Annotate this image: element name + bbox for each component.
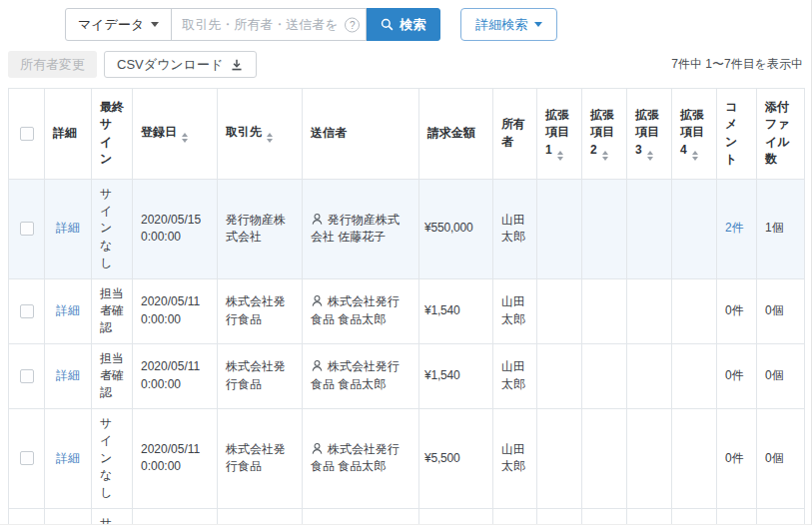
cell-comments: 0件 (717, 343, 757, 408)
cell-ext2 (582, 408, 627, 508)
search-input[interactable] (171, 8, 367, 41)
cell-partner: 発行物産株式会社 (218, 179, 303, 278)
select-all-header (9, 89, 45, 180)
col-header-label: 最終サイン (100, 100, 124, 166)
advanced-search-button[interactable]: 詳細検索 (460, 8, 557, 41)
row-checkbox[interactable] (20, 304, 34, 318)
col-header-ext1[interactable]: 拡張項目1 (537, 89, 582, 180)
cell-ext1 (537, 408, 582, 508)
col-header-label: 拡張項目1 (545, 108, 569, 157)
detail-link[interactable]: 詳細 (56, 368, 80, 382)
cell-ext3 (627, 408, 672, 508)
sender-text: 発行物産株式会社 佐藤花子 (311, 213, 400, 244)
col-header-owner: 所有者 (493, 89, 537, 180)
cell-sender: 株式会社発行食品 食品太郎 (303, 278, 419, 343)
detail-link[interactable]: 詳細 (56, 221, 80, 235)
sort-icon (692, 151, 698, 161)
select-all-checkbox[interactable] (20, 127, 34, 141)
table-header-row: 詳細最終サイン登録日取引先送信者請求金額所有者拡張項目1拡張項目2拡張項目3拡張… (9, 89, 805, 180)
search-button[interactable]: 検索 (366, 8, 440, 41)
cell-checkbox (9, 278, 45, 343)
cell-partner: 株式会社発行食品 (218, 278, 303, 343)
cell-sender: 発行物産株式会社 佐藤花子 (303, 179, 419, 278)
actions-toolbar: 所有者変更 CSVダウンロード 7件中 1〜7件目を表示中 (8, 51, 803, 78)
sender-text: 株式会社発行食品 食品太郎 (311, 442, 400, 473)
col-header-partner[interactable]: 取引先 (218, 89, 303, 180)
cell-partner: 株式会社発行食品 (218, 343, 303, 408)
person-icon (311, 442, 324, 455)
scope-dropdown[interactable]: マイデータ (65, 8, 172, 41)
document-list-screen: マイデータ ? 検索 詳細検索 所有者変更 CSVダウンロード (0, 0, 812, 525)
cell-date: 2020/05/11 0:00:00 (133, 343, 218, 408)
cell-sender: 株式会社発行食品 食品太郎 (303, 343, 419, 408)
col-header-ext3[interactable]: 拡張項目3 (627, 89, 672, 180)
cell-amount: ¥550,000 (419, 179, 493, 278)
advanced-search-label: 詳細検索 (475, 16, 527, 34)
cell-date: 2020/05/15 0:00:00 (133, 179, 218, 278)
cell-ext4 (672, 408, 717, 508)
csv-download-label: CSVダウンロード (117, 56, 223, 74)
cell-ext2 (582, 179, 627, 278)
cell-owner: 山田太郎 (493, 408, 537, 508)
col-header-label: 拡張項目3 (635, 108, 659, 157)
comments-link[interactable]: 2件 (725, 221, 744, 235)
row-checkbox[interactable] (20, 222, 34, 236)
table-row: 詳細サインなし2020/05/11 0:00:00株式会社発行食品株式会社発行食… (9, 408, 805, 508)
cell-partner: 株式会社発行ホールディングス (218, 508, 303, 525)
cell-checkbox (9, 343, 45, 408)
cell-sender: 株式会社発行ホールディングス 明細太郎 (303, 508, 419, 525)
cell-detail: 詳細 (45, 179, 92, 278)
col-header-label: 拡張項目2 (590, 108, 614, 157)
cell-partner: 株式会社発行食品 (218, 408, 303, 508)
cell-files: 0個 (757, 408, 805, 508)
cell-files: 0個 (757, 343, 805, 408)
detail-link[interactable]: 詳細 (56, 451, 80, 465)
cell-comments: 2件 (717, 179, 757, 278)
sort-icon (557, 151, 563, 161)
col-header-label: 所有者 (501, 117, 525, 148)
search-button-label: 検索 (400, 16, 425, 34)
cell-ext1 (537, 278, 582, 343)
cell-amount: ¥5,500 (419, 408, 493, 508)
chevron-down-icon (151, 22, 159, 27)
cell-ext4 (672, 343, 717, 408)
search-toolbar: マイデータ ? 検索 詳細検索 (65, 8, 803, 41)
cell-comments: 0件 (717, 508, 757, 525)
cell-comments: 0件 (717, 278, 757, 343)
cell-detail: 詳細 (45, 278, 92, 343)
col-header-label: 拡張項目4 (680, 108, 704, 157)
cell-files: 0個 (757, 508, 805, 525)
sender-text: 株式会社発行食品 食品太郎 (311, 359, 400, 390)
help-icon[interactable]: ? (345, 17, 360, 32)
table-row: 詳細サインなし2020/05/15 0:00:00発行物産株式会社発行物産株式会… (9, 179, 805, 278)
cell-ext3 (627, 343, 672, 408)
sort-icon (267, 133, 273, 143)
cell-date: 2020/05/11 0:00:00 (133, 408, 218, 508)
cell-ext2 (582, 508, 627, 525)
col-header-date[interactable]: 登録日 (133, 89, 218, 180)
download-icon (230, 58, 244, 72)
cell-sign: 担当者確認 (92, 343, 133, 408)
cell-ext2 (582, 278, 627, 343)
cell-files: 1個 (757, 179, 805, 278)
cell-sign: 担当者確認 (92, 278, 133, 343)
cell-owner: 山田太郎 (493, 278, 537, 343)
cell-amount: ¥1,540 (419, 278, 493, 343)
col-header-label: 取引先 (226, 125, 262, 139)
result-summary: 7件中 1〜7件目を表示中 (671, 56, 803, 73)
row-checkbox[interactable] (20, 451, 34, 465)
col-header-comments: コメント (717, 89, 757, 180)
search-field-wrap: ? (171, 8, 367, 41)
csv-download-button[interactable]: CSVダウンロード (104, 51, 257, 78)
col-header-ext2[interactable]: 拡張項目2 (582, 89, 627, 180)
cell-comments: 0件 (717, 408, 757, 508)
row-checkbox[interactable] (20, 369, 34, 383)
cell-detail: 詳細 (45, 408, 92, 508)
detail-link[interactable]: 詳細 (56, 303, 80, 317)
col-header-ext4[interactable]: 拡張項目4 (672, 89, 717, 180)
table-row: 詳細担当者確認2020/05/11 0:00:00株式会社発行食品株式会社発行食… (9, 278, 805, 343)
documents-table: 詳細最終サイン登録日取引先送信者請求金額所有者拡張項目1拡張項目2拡張項目3拡張… (8, 88, 805, 525)
cell-ext3 (627, 179, 672, 278)
col-header-label: 詳細 (53, 126, 77, 140)
owner-change-button[interactable]: 所有者変更 (8, 51, 97, 78)
